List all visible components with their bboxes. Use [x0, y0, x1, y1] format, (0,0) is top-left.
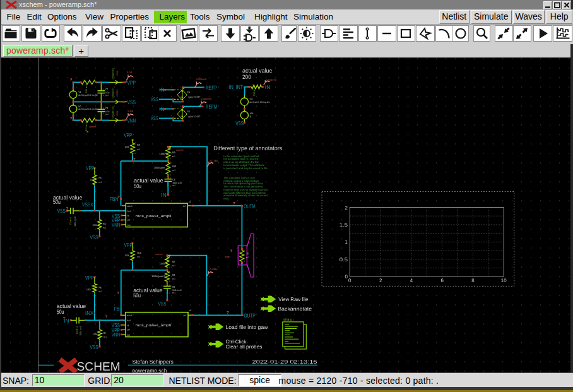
svg-text:annotator dinamically shows th: annotator dinamically shows the current — [223, 194, 268, 197]
svg-text:R3: R3 — [172, 273, 175, 276]
svg-text:1: 1 — [83, 79, 84, 81]
svg-text:C1 m=1: C1 m=1 — [69, 217, 72, 225]
svg-text:VSSX: VSSX — [82, 201, 93, 208]
svg-text:R8: R8 — [137, 143, 140, 146]
svg-text:0.0000e+00: 0.0000e+00 — [196, 78, 206, 81]
svg-text:m=1: m=1 — [103, 227, 106, 229]
svg-text:REFP: REFP — [206, 85, 217, 91]
svg-text:R11 m=1: R11 m=1 — [85, 84, 88, 93]
svg-text:8: 8 — [471, 278, 475, 283]
svg-text:Stefan Schippers: Stefan Schippers — [132, 359, 174, 365]
svg-text:MINUS: MINUS — [127, 205, 133, 208]
svg-text:100k: 100k — [93, 333, 97, 336]
svg-text:VPP: VPP — [124, 242, 133, 248]
svg-text:OUTP: OUTP — [244, 312, 255, 319]
svg-text:V3: V3 — [250, 97, 253, 100]
svg-text:MINUS: MINUS — [127, 314, 133, 317]
svg-text:IN: IN — [161, 192, 167, 198]
svg-text:C6: C6 — [172, 285, 175, 288]
svg-text:2: 2 — [169, 292, 170, 294]
svg-text:R13: R13 — [137, 251, 141, 254]
svg-text:1: 1 — [103, 88, 105, 91]
svg-text:100u ic=0: 100u ic=0 — [74, 217, 76, 227]
svg-text:1: 1 — [244, 249, 245, 252]
svg-text:2: 2 — [103, 112, 105, 115]
svg-text:2: 2 — [94, 79, 95, 81]
svg-text:x0: x0 — [189, 309, 191, 312]
svg-text:VPP: VPP — [127, 219, 131, 222]
svg-text:6: 6 — [440, 278, 444, 283]
svg-text:OUTM: OUTM — [244, 203, 255, 210]
svg-text:VNN: VNN — [112, 222, 120, 228]
svg-text:voltage=0: voltage=0 — [112, 88, 114, 98]
svg-text:1: 1 — [134, 141, 136, 144]
svg-text:C2: C2 — [105, 88, 109, 91]
svg-text:E1: E1 — [187, 90, 191, 93]
svg-text:C4 m=1: C4 m=1 — [76, 326, 78, 335]
svg-text:PLUS: PLUS — [127, 319, 131, 322]
svg-text:VPP: VPP — [85, 275, 93, 281]
svg-text:m=1: m=1 — [103, 336, 107, 338]
svg-text:mos_power_ampli: mos_power_ampli — [136, 214, 172, 218]
svg-text:1: 1 — [170, 177, 171, 179]
svg-text:VSS: VSS — [90, 344, 98, 350]
svg-text:VSS: VSS — [151, 97, 159, 102]
svg-text:2: 2 — [169, 280, 170, 283]
svg-text:100n ic=0: 100n ic=0 — [172, 289, 182, 292]
svg-text:-0.04: -0.04 — [127, 109, 134, 112]
svg-text:FBN: FBN — [110, 196, 118, 202]
svg-text:PLUS: PLUS — [127, 210, 131, 213]
svg-text:R10: R10 — [172, 165, 177, 168]
svg-text:R7: R7 — [103, 331, 107, 335]
svg-text:current: current — [155, 253, 163, 256]
svg-text:-0.0043: -0.0043 — [116, 89, 119, 97]
svg-text:VPP: VPP — [127, 329, 131, 331]
svg-text:C3: C3 — [105, 107, 109, 110]
svg-text:R1: R1 — [247, 252, 250, 255]
svg-text:VNN: VNN — [127, 334, 130, 336]
svg-text:1: 1 — [170, 161, 171, 163]
svg-text:data.: data. — [223, 197, 229, 200]
svg-text:View Raw file: View Raw file — [278, 297, 308, 302]
svg-text:Load file into gaw: Load file into gaw — [225, 324, 268, 330]
svg-text:2: 2 — [345, 205, 348, 211]
svg-text:m=1: m=1 — [137, 148, 140, 151]
svg-text:0.0000e+00: 0.0000e+00 — [266, 79, 276, 81]
svg-text:1: 1 — [170, 146, 171, 149]
svg-text:0.0000e+00: 0.0000e+00 — [201, 98, 211, 100]
svg-text:V0: V0 — [78, 105, 81, 108]
svg-text:1: 1 — [252, 83, 253, 86]
svg-text:power: power — [225, 256, 231, 258]
svg-text:IN: IN — [64, 318, 69, 324]
svg-text:R6: R6 — [98, 286, 102, 289]
svg-text:50u: 50u — [53, 199, 61, 205]
svg-text:dc 0 sin 0 1 freq=1m: dc 0 sin 0 1 freq=1m — [250, 101, 270, 104]
svg-text:m=1: m=1 — [172, 278, 175, 280]
svg-text:-0.04: -0.04 — [116, 111, 119, 116]
svg-text:2: 2 — [260, 83, 261, 86]
svg-text:0.04: 0.04 — [127, 71, 133, 74]
svg-text:2: 2 — [103, 94, 105, 97]
svg-text:R12 m=1: R12 m=1 — [85, 122, 88, 132]
svg-text:VSS: VSS — [151, 116, 159, 121]
svg-text:dc 50 pwl 0 0 1m 50: dc 50 pwl 0 0 1m 50 — [78, 108, 97, 110]
svg-text:100k: 100k — [125, 145, 129, 148]
svg-text:2: 2 — [170, 157, 171, 160]
svg-text:VB: VB — [127, 215, 129, 217]
svg-text:VSS: VSS — [158, 300, 166, 307]
svg-text:R5: R5 — [103, 222, 106, 225]
svg-text:m=1: m=1 — [105, 113, 109, 116]
svg-text:mos_power_ampli: mos_power_ampli — [136, 323, 172, 328]
svg-text:2: 2 — [170, 174, 171, 176]
svg-text:dc 50 pwl 0 0 1m 50: dc 50 pwl 0 0 1m 50 — [78, 94, 97, 97]
svg-text:VPP: VPP — [127, 80, 136, 86]
svg-text:VPP: VPP — [86, 165, 94, 171]
svg-text:1: 1 — [169, 255, 170, 258]
svg-text:VSS: VSS — [127, 99, 136, 105]
svg-text:voltage=-50: voltage=-50 — [112, 107, 114, 119]
svg-text:1.5: 1.5 — [340, 222, 348, 228]
svg-text:'100k': '100k' — [159, 152, 166, 155]
svg-text:0.04: 0.04 — [116, 71, 119, 76]
svg-text:1: 1 — [169, 284, 170, 287]
svg-text:Backannotate: Backannotate — [278, 306, 312, 312]
